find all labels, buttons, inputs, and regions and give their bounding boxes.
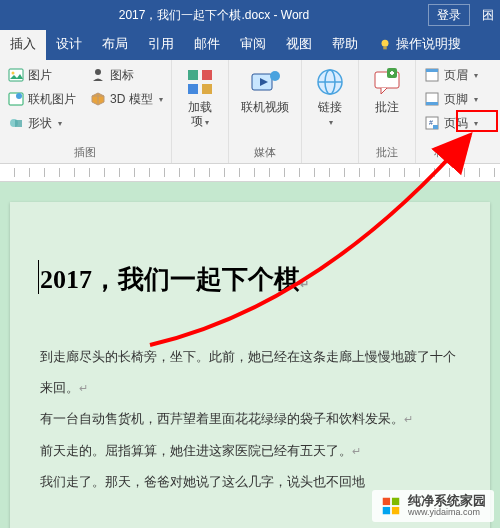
svg-rect-28 [383,507,390,514]
group-label-header-footer: 和页脚 [422,143,480,163]
bulb-icon [378,38,392,52]
document-page[interactable]: 2017，我们一起下个棋↵ 到走廊尽头的长椅旁，坐下。此前，她已经在这条走廊上慢… [10,202,490,528]
group-header-footer: 页眉▾ 页脚▾ # 页码▾ 和页脚 [416,60,486,163]
links-label: 链接 [318,100,342,114]
shapes-button[interactable]: 形状▾ [6,112,78,134]
header-icon [424,67,440,83]
paragraph[interactable]: 有一台自动售货机，西芹望着里面花花绿绿的袋子和饮料发呆。↵ [40,403,460,434]
dropdown-icon: ▾ [329,118,333,127]
paragraph[interactable]: 前天走的。屈指算算，她住进这家医院已经有五天了。↵ [40,435,460,466]
addins-label-1: 加载 [188,100,212,114]
tab-layout[interactable]: 布局 [92,30,138,60]
tab-review[interactable]: 审阅 [230,30,276,60]
svg-rect-27 [392,498,399,505]
picture-icon [8,67,24,83]
group-label-media: 媒体 [235,143,295,163]
model3d-icon [90,91,106,107]
model3d-label: 3D 模型 [110,91,153,108]
svg-rect-11 [188,84,198,94]
ruler[interactable] [0,164,500,182]
link-icon [314,66,346,98]
dropdown-icon: ▾ [205,118,209,127]
paragraph[interactable]: 到走廊尽头的长椅旁，坐下。此前，她已经在这条走廊上慢慢地踱了十个来回。↵ [40,341,460,403]
addins-button[interactable]: 加载项▾ [178,64,222,131]
group-illustrations: 图片 联机图片 形状▾ 图标 3D 模型▾ [0,60,172,163]
comment-label: 批注 [375,100,399,114]
window-title: 2017，我们一起下个棋.docx - Word [0,7,428,24]
online-pictures-button[interactable]: 联机图片 [6,88,78,110]
group-label-addins [178,146,222,163]
svg-rect-22 [426,102,438,105]
footer-label: 页脚 [444,91,468,108]
group-links: 链接▾ [302,60,359,163]
svg-point-0 [382,39,389,46]
dropdown-icon: ▾ [58,119,62,128]
watermark-logo-icon [380,495,402,517]
video-icon [249,66,281,98]
footer-icon [424,91,440,107]
group-label-illustrations: 插图 [6,143,165,163]
dropdown-icon: ▾ [474,95,478,104]
links-button[interactable]: 链接▾ [308,64,352,131]
tab-insert[interactable]: 插入 [0,30,46,60]
watermark-url: www.yidaima.com [408,508,486,518]
icons-button[interactable]: 图标 [88,64,165,86]
icons-icon [90,67,106,83]
group-comments: 批注 批注 [359,60,416,163]
dropdown-icon: ▾ [159,95,163,104]
watermark: 纯净系统家园 www.yidaima.com [372,490,494,522]
svg-point-8 [95,69,101,75]
dropdown-icon: ▾ [474,71,478,80]
group-media: 联机视频 媒体 [229,60,302,163]
comment-button[interactable]: 批注 [365,64,409,116]
login-button[interactable]: 登录 [428,4,470,26]
svg-rect-12 [202,84,212,94]
ribbon: 图片 联机图片 形状▾ 图标 3D 模型▾ [0,60,500,164]
tab-view[interactable]: 视图 [276,30,322,60]
paragraph-mark: ↵ [352,445,361,457]
online-pictures-label: 联机图片 [28,91,76,108]
header-button[interactable]: 页眉▾ [422,64,480,86]
tab-help[interactable]: 帮助 [322,30,368,60]
pictures-button[interactable]: 图片 [6,64,78,86]
tell-me-label: 操作说明搜 [396,36,461,53]
addins-icon [184,66,216,98]
tab-tell-me[interactable]: 操作说明搜 [368,30,471,60]
svg-point-5 [16,93,22,99]
svg-rect-9 [188,70,198,80]
svg-rect-10 [202,70,212,80]
svg-rect-29 [392,507,399,514]
paragraph-mark: ↵ [300,278,309,290]
titlebar: 2017，我们一起下个棋.docx - Word 登录 囨 [0,0,500,30]
svg-text:#: # [429,119,433,126]
document-canvas[interactable]: 2017，我们一起下个棋↵ 到走廊尽头的长椅旁，坐下。此前，她已经在这条走廊上慢… [0,182,500,528]
svg-rect-2 [9,69,23,81]
svg-rect-20 [426,69,438,72]
addins-label-2: 项 [191,114,203,128]
tab-design[interactable]: 设计 [46,30,92,60]
page-number-button[interactable]: # 页码▾ [422,112,480,134]
svg-point-14 [270,71,280,81]
ribbon-tabs: 插入 设计 布局 引用 邮件 审阅 视图 帮助 操作说明搜 [0,30,500,60]
dropdown-icon: ▾ [474,119,478,128]
svg-rect-7 [15,120,22,127]
group-addins: 加载项▾ [172,60,229,163]
model3d-button[interactable]: 3D 模型▾ [88,88,165,110]
group-label-links [308,146,352,163]
window-control-icon[interactable]: 囨 [476,7,500,24]
online-picture-icon [8,91,24,107]
document-title[interactable]: 2017，我们一起下个棋↵ [40,262,460,297]
tab-mailings[interactable]: 邮件 [184,30,230,60]
svg-rect-26 [383,498,390,505]
text-cursor [38,260,39,294]
page-number-icon: # [424,115,440,131]
watermark-text: 纯净系统家园 [408,494,486,508]
group-label-comments: 批注 [365,143,409,163]
footer-button[interactable]: 页脚▾ [422,88,480,110]
svg-point-3 [12,72,15,75]
online-video-button[interactable]: 联机视频 [235,64,295,116]
header-label: 页眉 [444,67,468,84]
shapes-icon [8,115,24,131]
tab-references[interactable]: 引用 [138,30,184,60]
online-video-label: 联机视频 [241,100,289,114]
